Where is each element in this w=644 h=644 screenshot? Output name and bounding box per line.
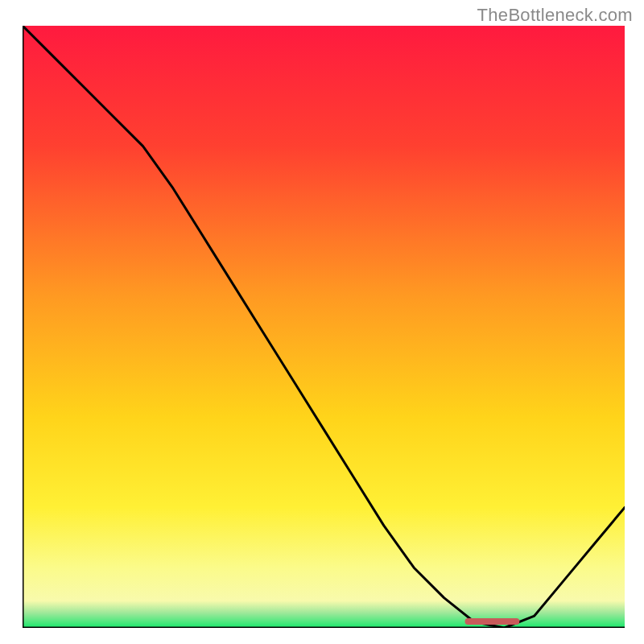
chart-svg — [23, 26, 625, 628]
bottleneck-chart — [23, 26, 625, 628]
watermark-text: TheBottleneck.com — [477, 5, 633, 26]
